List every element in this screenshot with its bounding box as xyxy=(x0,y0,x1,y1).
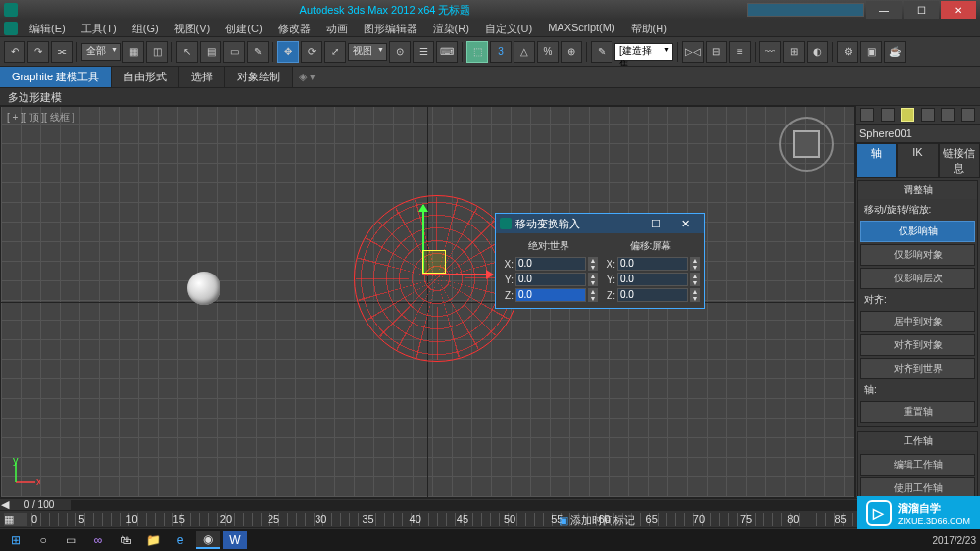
abs-y-input[interactable]: 0.0 xyxy=(515,273,586,286)
adjust-pivot-rollout[interactable]: 调整轴 xyxy=(858,181,977,199)
reset-pivot-button[interactable]: 重置轴 xyxy=(860,401,975,423)
menu-edit[interactable]: 编辑(E) xyxy=(22,20,74,36)
angle-icon[interactable]: △ xyxy=(514,41,535,63)
menu-animation[interactable]: 动画 xyxy=(318,20,356,36)
move-gizmo[interactable] xyxy=(422,254,481,313)
ribbon-expand-icon[interactable]: ◈ ▾ xyxy=(299,71,316,83)
redo-button[interactable]: ↷ xyxy=(27,41,49,63)
angle-snap[interactable]: 3 xyxy=(490,41,512,63)
dialog-minimize[interactable]: — xyxy=(612,218,641,229)
menu-views[interactable]: 视图(V) xyxy=(167,20,219,36)
3dsmax-task-icon[interactable]: ◉ xyxy=(196,531,220,549)
cortana-icon[interactable]: ○ xyxy=(31,531,55,549)
layer-button[interactable]: ≡ xyxy=(729,41,751,63)
select-all-button[interactable]: ▦ xyxy=(122,41,144,63)
start-button[interactable]: ⊞ xyxy=(4,531,27,549)
ribbon-tab-graphite[interactable]: Graphite 建模工具 xyxy=(0,67,112,87)
schematic-view[interactable]: ⊞ xyxy=(783,41,805,63)
gizmo-xy-plane[interactable] xyxy=(422,250,446,274)
off-x-input[interactable]: 0.0 xyxy=(617,257,688,271)
select-button[interactable]: ↖ xyxy=(176,41,198,63)
utilities-tab[interactable] xyxy=(961,108,975,122)
refcoord-dropdown[interactable]: 视图 xyxy=(348,43,387,61)
search-input[interactable] xyxy=(747,3,864,17)
track-icon[interactable]: ▦ xyxy=(4,513,27,526)
dialog-titlebar[interactable]: 移动变换输入 — ☐ ✕ xyxy=(496,214,704,233)
menu-modifiers[interactable]: 修改器 xyxy=(270,20,318,36)
display-tab[interactable] xyxy=(941,108,955,122)
explorer-icon[interactable]: 📁 xyxy=(141,531,165,549)
select-cross-button[interactable]: ◫ xyxy=(146,41,168,63)
time-tag[interactable]: ▣添加时间标记 xyxy=(559,513,635,527)
edit-working-pivot-button[interactable]: 编辑工作轴 xyxy=(860,454,975,476)
undo-button[interactable]: ↶ xyxy=(4,41,25,63)
viewcube[interactable] xyxy=(779,117,834,172)
pivot-tab[interactable]: 轴 xyxy=(856,143,897,178)
affect-pivot-only-button[interactable]: 仅影响轴 xyxy=(860,221,975,242)
modify-tab[interactable] xyxy=(881,108,895,122)
gizmo-x-axis[interactable] xyxy=(422,274,493,276)
manip-button[interactable]: ☰ xyxy=(413,41,434,63)
mirror-button[interactable]: ▷◁ xyxy=(682,41,704,63)
select-name-button[interactable]: ▤ xyxy=(200,41,221,63)
dialog-close[interactable]: ✕ xyxy=(670,218,700,230)
rendered-frame[interactable]: ▣ xyxy=(860,41,882,63)
viewport-label[interactable]: [ + ][ 顶 ][ 线框 ] xyxy=(7,111,74,125)
spinner-icon[interactable]: ▲▼ xyxy=(690,273,700,286)
ribbon-tab-objectpaint[interactable]: 对象绘制 xyxy=(225,67,293,87)
object-name[interactable]: Sphere001 xyxy=(856,125,980,143)
spinner-icon[interactable]: ▲▼ xyxy=(588,257,598,271)
menu-group[interactable]: 组(G) xyxy=(124,20,167,36)
link-button[interactable]: ⫘ xyxy=(51,41,73,63)
abs-x-input[interactable]: 0.0 xyxy=(515,257,586,271)
edge-icon[interactable]: e xyxy=(169,531,192,549)
hierarchy-tab[interactable] xyxy=(901,108,914,122)
curve-editor[interactable]: 〰 xyxy=(760,41,781,63)
snap-toggle[interactable]: ⬚ xyxy=(466,41,488,63)
spinner-snap[interactable]: ⊕ xyxy=(561,41,582,63)
app-menu-icon[interactable] xyxy=(4,22,18,35)
off-y-input[interactable]: 0.0 xyxy=(617,273,688,286)
abs-z-input[interactable]: 0.0 xyxy=(515,288,586,302)
affect-hierarchy-only-button[interactable]: 仅影响层次 xyxy=(860,268,975,289)
render-button[interactable]: ☕ xyxy=(884,41,906,63)
menu-grapheditors[interactable]: 图形编辑器 xyxy=(356,20,425,36)
word-icon[interactable]: W xyxy=(223,531,247,549)
menu-rendering[interactable]: 渲染(R) xyxy=(425,20,477,36)
align-to-world-button[interactable]: 对齐到世界 xyxy=(860,358,975,379)
linkinfo-tab[interactable]: 链接信息 xyxy=(939,143,980,178)
viewport[interactable]: [ + ][ 顶 ][ 线框 ] x y 移动变换输入 — ☐ ✕ xyxy=(0,106,855,498)
taskbar-date[interactable]: 2017/2/23 xyxy=(933,535,977,546)
timeline[interactable]: ▦ 051015202530354045505560657075808590 xyxy=(0,510,980,527)
taskview-icon[interactable]: ▭ xyxy=(59,531,82,549)
viewport-scrollbar[interactable]: ◀ 0 / 100 ▶ xyxy=(0,498,980,510)
timeline-ruler[interactable]: 051015202530354045505560657075808590 xyxy=(31,513,976,526)
menu-tools[interactable]: 工具(T) xyxy=(74,20,124,36)
move-button[interactable]: ✥ xyxy=(277,41,299,63)
menu-create[interactable]: 创建(C) xyxy=(218,20,270,36)
scale-button[interactable]: ⤢ xyxy=(324,41,346,63)
create-tab[interactable] xyxy=(860,108,874,122)
spinner-icon[interactable]: ▲▼ xyxy=(690,288,700,302)
menu-maxscript[interactable]: MAXScript(M) xyxy=(540,20,622,36)
percent-snap[interactable]: % xyxy=(537,41,559,63)
edit-sel-button[interactable]: ✎ xyxy=(591,41,612,63)
ribbon-sub[interactable]: 多边形建模 xyxy=(0,88,980,106)
menu-help[interactable]: 帮助(H) xyxy=(623,20,675,36)
ribbon-tab-freeform[interactable]: 自由形式 xyxy=(112,67,179,87)
unselected-sphere[interactable] xyxy=(187,272,220,305)
pivot-button[interactable]: ⊙ xyxy=(389,41,411,63)
close-button[interactable]: ✕ xyxy=(941,1,976,19)
named-set[interactable]: [建造择集 xyxy=(614,43,673,61)
working-pivot-rollout[interactable]: 工作轴 xyxy=(858,432,977,450)
store-icon[interactable]: 🛍 xyxy=(114,531,137,549)
align-to-object-button[interactable]: 对齐到对象 xyxy=(860,334,975,356)
ribbon-tab-selection[interactable]: 选择 xyxy=(179,67,225,87)
minimize-button[interactable]: — xyxy=(866,1,902,19)
material-editor[interactable]: ◐ xyxy=(807,41,828,63)
render-setup[interactable]: ⚙ xyxy=(837,41,858,63)
menu-customize[interactable]: 自定义(U) xyxy=(477,20,540,36)
keyboard-button[interactable]: ⌨ xyxy=(436,41,458,63)
select-paint-button[interactable]: ✎ xyxy=(247,41,269,63)
motion-tab[interactable] xyxy=(921,108,935,122)
